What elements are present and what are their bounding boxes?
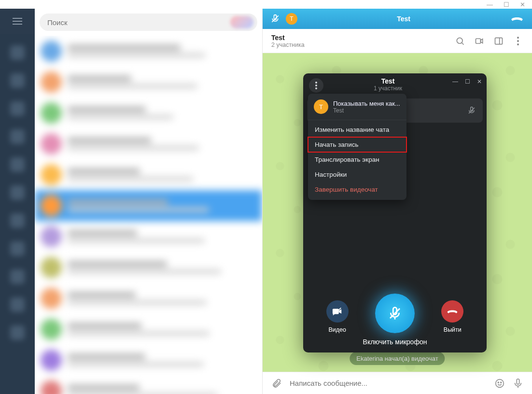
chat-list-item[interactable]	[35, 159, 262, 190]
vc-close-button[interactable]: ✕	[477, 78, 482, 85]
leave-call-button[interactable]: Выйти	[441, 300, 463, 333]
more-button[interactable]	[513, 36, 523, 46]
chat-list-pane	[35, 9, 263, 394]
chat-list-item[interactable]	[35, 283, 262, 314]
toggle-mic-button[interactable]	[375, 294, 415, 333]
phone-icon	[510, 14, 524, 23]
svg-point-15	[315, 87, 317, 89]
ctx-display-as-label: Показывать меня как...	[333, 100, 400, 107]
window-close-button[interactable]: ✕	[520, 1, 525, 8]
video-chat-controls: Видео Выйти	[303, 294, 487, 338]
video-chat-menu-button[interactable]	[309, 78, 323, 93]
video-chat-title: Test	[323, 77, 452, 85]
video-chat-header: Test 1 участник — ☐ ✕	[303, 73, 487, 95]
chat-list-item[interactable]	[35, 98, 262, 128]
chat-title: Test	[271, 34, 446, 42]
svg-point-8	[517, 43, 519, 45]
video-call-button[interactable]	[474, 36, 485, 46]
ctx-display-as-sub: Test	[333, 107, 400, 114]
attach-button[interactable]	[271, 378, 282, 389]
ctx-end-videochat[interactable]: Завершить видеочат	[308, 182, 406, 197]
folders-sidebar	[0, 9, 35, 394]
message-input[interactable]	[290, 379, 487, 387]
chat-list[interactable]	[35, 36, 262, 394]
camera-off-icon	[326, 300, 349, 323]
window-minimize-button[interactable]: —	[487, 1, 493, 8]
vc-minimize-button[interactable]: —	[452, 78, 458, 85]
svg-point-14	[315, 84, 317, 86]
compose-bar	[263, 372, 532, 394]
hamburger-icon	[13, 21, 22, 22]
ctx-rename-chat[interactable]: Изменить название чата	[308, 122, 406, 137]
service-message: Ekaterina начал(а) видеочат	[350, 352, 445, 365]
ctx-avatar: Т	[314, 99, 328, 114]
mic-muted-icon	[270, 14, 280, 24]
chat-list-item[interactable]	[35, 221, 262, 252]
voice-button[interactable]	[513, 378, 523, 389]
participant-mic-muted-icon	[467, 106, 476, 115]
ctx-start-recording[interactable]: Начать запись	[308, 137, 406, 152]
search-row	[35, 9, 262, 36]
chat-list-item[interactable]	[35, 252, 262, 283]
mic-muted-big-icon	[375, 294, 415, 333]
svg-point-10	[498, 382, 499, 383]
svg-point-13	[315, 82, 317, 84]
video-chat-subtitle: 1 участник	[323, 85, 452, 92]
mic-button-label: Включить микрофон	[303, 338, 487, 352]
main-menu-button[interactable]	[0, 9, 35, 34]
ctx-share-screen[interactable]: Транслировать экран	[308, 152, 406, 167]
window-maximize-button[interactable]: ☐	[504, 1, 509, 8]
svg-rect-3	[476, 39, 481, 43]
video-chat-context-menu: Т Показывать меня как... Test Изменить н…	[308, 94, 406, 200]
chat-list-item[interactable]	[35, 36, 262, 67]
search-in-chat-button[interactable]	[455, 36, 465, 46]
toggle-video-button[interactable]: Видео	[326, 300, 349, 333]
svg-rect-4	[495, 38, 503, 44]
vc-maximize-button[interactable]: ☐	[465, 78, 470, 85]
svg-point-9	[496, 379, 504, 387]
svg-point-7	[517, 40, 519, 42]
chat-subtitle: 2 участника	[271, 42, 446, 48]
call-bar-title: Test	[297, 15, 510, 23]
svg-point-1	[457, 38, 462, 43]
emoji-button[interactable]	[494, 378, 505, 389]
call-avatar: T	[286, 13, 297, 25]
hangup-icon	[441, 300, 463, 323]
search-field[interactable]	[40, 14, 257, 31]
ctx-display-as[interactable]: Т Показывать меня как... Test	[308, 97, 406, 119]
video-label: Видео	[328, 326, 346, 333]
chat-header: Test 2 участника	[263, 29, 532, 53]
ctx-separator	[308, 120, 406, 120]
active-call-bar[interactable]: T Test	[263, 9, 532, 29]
svg-point-11	[501, 382, 502, 383]
svg-line-2	[462, 42, 464, 44]
folder-list-blurred	[0, 34, 35, 394]
chat-list-item[interactable]	[35, 190, 262, 221]
chat-list-item[interactable]	[35, 376, 262, 394]
search-input[interactable]	[47, 18, 250, 27]
leave-label: Выйти	[444, 326, 462, 333]
svg-point-6	[517, 37, 519, 39]
chat-list-item[interactable]	[35, 128, 262, 159]
chat-list-item[interactable]	[35, 314, 262, 345]
window-titlebar: — ☐ ✕	[0, 0, 532, 9]
account-avatar-blurred[interactable]	[230, 16, 253, 28]
ctx-settings[interactable]: Настройки	[308, 167, 406, 182]
side-panel-button[interactable]	[493, 36, 504, 46]
chat-list-item[interactable]	[35, 67, 262, 98]
chat-list-item[interactable]	[35, 345, 262, 376]
